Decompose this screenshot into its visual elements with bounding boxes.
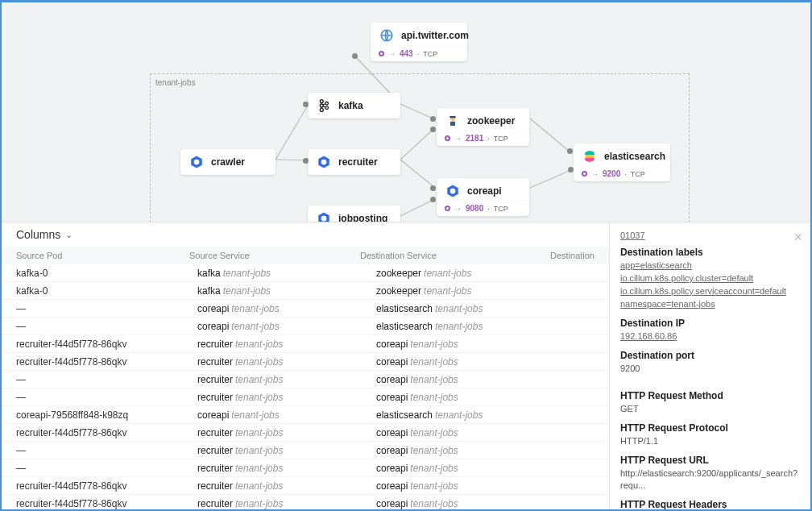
th-destination-service: Destination Service bbox=[360, 251, 550, 260]
k8s-icon bbox=[445, 183, 461, 199]
columns-label: Columns bbox=[16, 228, 60, 241]
close-icon[interactable]: × bbox=[793, 229, 802, 246]
table-row[interactable]: —recruitertenant-jobscoreapitenant-jobs bbox=[2, 442, 609, 459]
table-row[interactable]: —recruitertenant-jobscoreapitenant-jobs bbox=[2, 459, 609, 477]
node-label: coreapi bbox=[467, 185, 502, 197]
port-dot-icon bbox=[582, 171, 587, 177]
labels-heading: Destination labels bbox=[620, 247, 800, 258]
svg-line-18 bbox=[323, 106, 325, 107]
table-row[interactable]: kafka-0kafkatenant-jobszookeepertenant-j… bbox=[2, 264, 609, 282]
svg-point-10 bbox=[320, 100, 323, 103]
table-row[interactable]: —coreapitenant-jobselasticsearchtenant-j… bbox=[2, 300, 609, 318]
globe-icon bbox=[379, 27, 395, 44]
svg-point-12 bbox=[320, 108, 323, 111]
proto-heading: HTTP Request Protocol bbox=[620, 422, 800, 434]
ip-heading: Destination IP bbox=[620, 318, 800, 329]
arrow-icon: → bbox=[388, 50, 396, 58]
svg-rect-21 bbox=[450, 116, 456, 118]
table-row[interactable]: recruiter-f44d5f778-86qkvrecruitertenant… bbox=[2, 495, 609, 509]
node-label: crawler bbox=[211, 156, 245, 168]
port-value: 9200 bbox=[620, 363, 800, 376]
table-row[interactable]: kafka-0kafkatenant-jobszookeepertenant-j… bbox=[2, 282, 609, 300]
svg-line-17 bbox=[323, 104, 325, 105]
table-row[interactable]: recruiter-f44d5f778-86qkvrecruitertenant… bbox=[2, 353, 609, 371]
service-map-canvas[interactable]: api.twitter.com →443·TCP tenant-jobs kaf… bbox=[2, 2, 810, 228]
svg-point-23 bbox=[194, 160, 200, 165]
zookeeper-icon bbox=[445, 113, 461, 129]
port-elasticsearch[interactable]: →9200·TCP bbox=[574, 166, 670, 181]
port-twitter[interactable]: →443·TCP bbox=[371, 46, 467, 61]
details-panel: × 01037 Destination labels app=elasticse… bbox=[609, 222, 810, 509]
arrow-icon: → bbox=[454, 135, 462, 143]
table-row[interactable]: recruiter-f44d5f778-86qkvrecruitertenant… bbox=[2, 424, 609, 442]
node-kafka[interactable]: kafka bbox=[308, 93, 400, 118]
node-label: zookeeper bbox=[467, 115, 515, 127]
port-coreapi[interactable]: →9080·TCP bbox=[437, 201, 529, 216]
table-row[interactable]: —recruitertenant-jobscoreapitenant-jobs bbox=[2, 371, 609, 388]
port-dot-icon bbox=[445, 206, 450, 211]
kafka-icon bbox=[316, 98, 332, 114]
table-row[interactable]: —recruitertenant-jobscoreapitenant-jobs bbox=[2, 388, 609, 406]
k8s-icon bbox=[316, 154, 332, 170]
th-source-service: Source Service bbox=[189, 251, 360, 260]
svg-point-14 bbox=[325, 106, 329, 110]
ip-value: 192.168.60.86 bbox=[620, 330, 800, 343]
node-twitter[interactable]: api.twitter.com bbox=[371, 23, 467, 48]
table-row[interactable]: recruiter-f44d5f778-86qkvrecruitertenant… bbox=[2, 477, 609, 495]
svg-point-13 bbox=[325, 102, 329, 106]
svg-point-25 bbox=[321, 160, 327, 165]
arrow-icon: → bbox=[454, 205, 462, 213]
chevron-down-icon: ⌄ bbox=[65, 230, 72, 240]
table-row[interactable]: —coreapitenant-jobselasticsearchtenant-j… bbox=[2, 318, 609, 335]
columns-toggle[interactable]: Columns ⌄ bbox=[2, 222, 609, 247]
arrow-icon: → bbox=[591, 170, 599, 178]
svg-point-29 bbox=[321, 216, 327, 222]
svg-point-27 bbox=[450, 189, 456, 194]
svg-point-11 bbox=[320, 104, 323, 107]
headers-heading: HTTP Request Headers bbox=[620, 499, 800, 509]
table-row[interactable]: coreapi-79568ff848-k98zqcoreapitenant-jo… bbox=[2, 406, 609, 424]
port-heading: Destination port bbox=[620, 350, 800, 361]
url-value: http://elasticsearch:9200/applicants/_se… bbox=[620, 467, 800, 493]
node-label: elasticsearch bbox=[604, 151, 665, 162]
method-heading: HTTP Request Method bbox=[620, 390, 800, 401]
port-zookeeper[interactable]: →2181·TCP bbox=[437, 131, 529, 146]
node-recruiter[interactable]: recruiter bbox=[308, 149, 400, 175]
th-source-pod: Source Pod bbox=[16, 251, 189, 260]
lead-id: 01037 bbox=[620, 231, 800, 240]
elasticsearch-icon bbox=[582, 148, 598, 164]
port-dot-icon bbox=[379, 51, 384, 56]
th-destination: Destination bbox=[550, 251, 594, 260]
svg-rect-20 bbox=[450, 122, 455, 126]
table-row[interactable]: recruiter-f44d5f778-86qkvrecruitertenant… bbox=[2, 335, 609, 353]
node-label: api.twitter.com bbox=[401, 30, 469, 41]
port-dot-icon bbox=[445, 135, 450, 141]
method-value: GET bbox=[620, 403, 800, 416]
node-crawler[interactable]: crawler bbox=[180, 149, 276, 175]
proto-value: HTTP/1.1 bbox=[620, 435, 800, 448]
node-label: kafka bbox=[338, 100, 363, 111]
boundary-label: tenant-jobs bbox=[155, 78, 195, 87]
url-heading: HTTP Request URL bbox=[620, 455, 800, 466]
table-header: Source Pod Source Service Destination Se… bbox=[2, 247, 609, 264]
k8s-icon bbox=[188, 154, 205, 170]
node-label: recruiter bbox=[338, 156, 378, 168]
